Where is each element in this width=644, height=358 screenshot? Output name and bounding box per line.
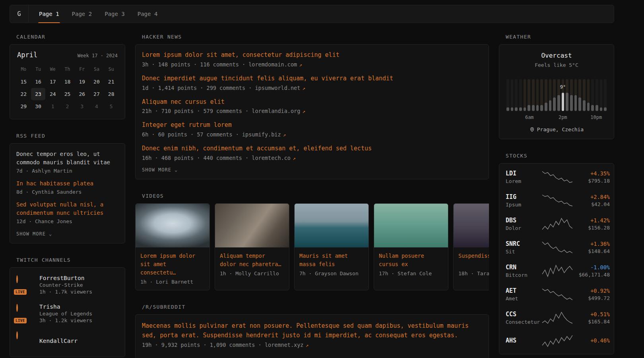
video-body: Suspendisse diam 18h · Tara <box>454 247 489 282</box>
calendar-day: 1 <box>45 100 60 113</box>
rss-item-meta: 7d · Ashlyn Martin <box>16 168 118 174</box>
channel-info: Trisha League of Legends 3h · 1.2k viewe… <box>39 304 92 323</box>
page-tabs: Page 1 Page 2 Page 3 Page 4 <box>33 5 164 23</box>
rss-item: In hac habitasse platea 8d · Cynthia Sau… <box>16 179 118 195</box>
twitch-channel-row[interactable]: KendallCarr <box>16 332 118 350</box>
videos-section-label: VIDEOS <box>142 193 489 199</box>
calendar-day: 3 <box>75 100 89 113</box>
rss-show-more-button[interactable]: SHOW MORE ⌄ <box>16 231 52 237</box>
hn-domain-link[interactable]: loremtech.co↗ <box>252 155 295 161</box>
channel-name: KendallCarr <box>39 338 78 344</box>
hn-meta-text: 6h · 60 points · 57 comments · <box>142 131 239 138</box>
calendar-day: 2 <box>60 100 75 113</box>
hn-item-title[interactable]: Donec imperdiet augue tincidunt felis al… <box>142 74 482 83</box>
channel-info: ForrestBurton Counter-Strike 1h · 1.7k v… <box>39 275 92 295</box>
video-meta: 18h · Tara <box>458 270 489 276</box>
stock-row[interactable]: CCS Consectetur +0.51% $165.84 <box>506 311 607 325</box>
stock-row[interactable]: SNRC Sit +1.36% $148.64 <box>506 240 607 255</box>
rss-item-title[interactable]: In hac habitasse platea <box>16 179 118 188</box>
stock-symbol: IIG <box>506 193 542 200</box>
video-card[interactable]: Mauris sit amet massa felis 7h · Grayson… <box>294 203 369 290</box>
video-card[interactable]: Aliquam tempor dolor nec pharetra… 1h · … <box>215 203 289 290</box>
stock-values: +0.51% $165.84 <box>572 311 610 325</box>
video-thumbnail <box>215 204 289 247</box>
hn-item: Lorem ipsum dolor sit amet, consectetur … <box>142 51 482 68</box>
hn-domain-link[interactable]: loremlandia.org↗ <box>252 108 305 114</box>
stock-values: +2.84% $42.04 <box>572 194 610 207</box>
video-card[interactable]: Lorem ipsum dolor sit amet consectetu… 1… <box>135 203 210 290</box>
external-link-icon: ↗ <box>299 62 302 68</box>
calendar-day: 15 <box>16 76 31 88</box>
location-pin-icon <box>530 127 535 132</box>
hn-domain-link[interactable]: loremdomain.com↗ <box>248 61 302 68</box>
hn-item-title[interactable]: Integer eget rutrum lorem <box>142 121 482 130</box>
channel-game: Counter-Strike <box>39 282 92 288</box>
channel-game: League of Legends <box>39 311 92 317</box>
show-more-label: SHOW MORE <box>142 167 171 173</box>
hn-item-title[interactable]: Donec enim nibh, condimentum et accumsan… <box>142 144 482 153</box>
rss-item-meta: 12d · Chance Jones <box>16 218 118 224</box>
hn-meta-text: 16h · 468 points · 440 comments · <box>142 155 248 161</box>
video-card[interactable]: Suspendisse diam 18h · Tara <box>453 203 489 290</box>
weather-hour-bar <box>566 79 568 111</box>
hn-item-title[interactable]: Lorem ipsum dolor sit amet, consectetur … <box>142 51 482 60</box>
rss-item-title[interactable]: Donec tempor eros leo, ut commodo mauris… <box>16 150 118 167</box>
reddit-post-title[interactable]: Maecenas mollis pulvinar erat non posuer… <box>142 321 482 340</box>
tab-page-3[interactable]: Page 3 <box>98 5 131 23</box>
weekday-label: Mo <box>16 64 31 74</box>
external-link-icon: ↗ <box>283 132 286 138</box>
stock-row[interactable]: IIG Ipsum +2.84% $42.04 <box>506 193 607 208</box>
weather-section: WEATHER Overcast Feels like 5°C 9° 6am2p… <box>499 34 614 139</box>
stock-symbol: CRN <box>506 264 542 271</box>
avatar <box>16 332 34 350</box>
stock-sparkline <box>542 217 572 231</box>
logo[interactable]: G <box>10 5 29 23</box>
video-meta: 1h · Molly Carrillo <box>220 270 284 276</box>
hn-domain-link[interactable]: ipsumify.biz↗ <box>242 131 286 138</box>
hn-domain-text: loremdomain.com <box>248 61 297 68</box>
weather-hour-bar <box>519 79 522 111</box>
channel-viewers: 3h · 1.2k viewers <box>39 317 92 323</box>
stock-id: LDI Lorem <box>506 170 542 184</box>
stock-sparkline <box>542 311 572 325</box>
stock-row[interactable]: AET Amet +0.92% $499.72 <box>506 287 607 302</box>
reddit-domain-link[interactable]: loremnet.xyz↗ <box>265 342 308 348</box>
stock-price: $156.28 <box>572 225 610 231</box>
hn-show-more-button[interactable]: SHOW MORE ⌄ <box>142 167 178 173</box>
calendar-day: 26 <box>75 88 89 100</box>
reddit-post: Maecenas mollis pulvinar erat non posuer… <box>142 321 482 348</box>
rss-item-title[interactable]: Sed volutpat nulla nisl, a condimentum n… <box>16 200 118 217</box>
stock-sparkline <box>542 334 572 348</box>
stocks-section: STOCKS LDI Lorem +4.35% $795.18 <box>499 153 614 354</box>
video-title: Lorem ipsum dolor sit amet consectetu… <box>140 252 205 277</box>
twitch-section: TWITCH CHANNELS LIVE ForrestBurton Count… <box>10 257 125 357</box>
video-title: Mauris sit amet massa felis <box>299 252 364 268</box>
stock-id: CCS Consectetur <box>506 311 542 325</box>
stock-price: $499.72 <box>572 295 610 301</box>
hn-item-title[interactable]: Aliquam nec cursus elit <box>142 98 482 107</box>
stock-row[interactable]: AHS +0.46% <box>506 334 607 348</box>
stock-sparkline <box>542 288 572 301</box>
tab-page-4[interactable]: Page 4 <box>131 5 164 23</box>
channel-avatar-image <box>16 275 18 283</box>
stock-row[interactable]: LDI Lorem +4.35% $795.18 <box>506 170 607 184</box>
stock-row[interactable]: DBS Dolor +1.42% $156.28 <box>506 217 607 231</box>
chevron-down-icon: ⌄ <box>49 232 52 236</box>
hn-domain-text: ipsumworld.net <box>255 85 300 91</box>
hn-domain-link[interactable]: ipsumworld.net↗ <box>255 85 305 91</box>
video-card[interactable]: Nullam posuere cursus ex 17h · Stefan Co… <box>374 203 448 290</box>
twitch-channel-row[interactable]: LIVE ForrestBurton Counter-Strike 1h · 1… <box>16 275 118 295</box>
tab-page-1[interactable]: Page 1 <box>33 5 66 23</box>
twitch-channel-row[interactable]: LIVE Trisha League of Legends 3h · 1.2k … <box>16 304 118 323</box>
stock-values: +1.36% $148.64 <box>572 241 610 254</box>
stock-row[interactable]: CRN Bitcorn -1.00% $66,171.48 <box>506 264 607 278</box>
live-badge: LIVE <box>14 318 27 323</box>
tab-page-2[interactable]: Page 2 <box>66 5 99 23</box>
peak-temperature-label: 9° <box>560 84 566 90</box>
stock-sparkline <box>542 170 572 184</box>
channel-name: Trisha <box>39 304 92 310</box>
stock-change: +4.35% <box>572 170 610 177</box>
hn-meta-text: 3h · 148 points · 116 comments · <box>142 61 245 68</box>
weather-condition: Overcast <box>506 52 607 59</box>
calendar-day: 23 <box>31 88 46 100</box>
